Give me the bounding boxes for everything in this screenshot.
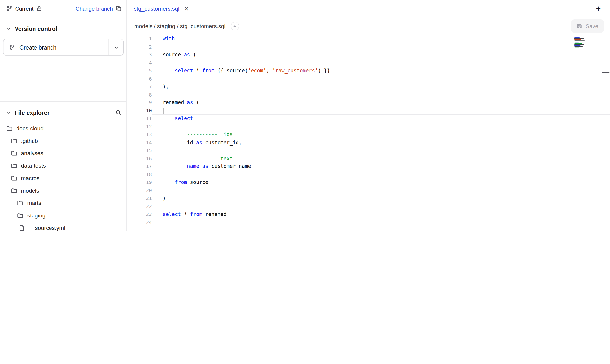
close-tab-icon[interactable]: ✕ [184, 6, 189, 12]
file-tree-item-label: macros [21, 175, 39, 181]
copy-icon[interactable] [116, 5, 122, 11]
editor-tab-bar: stg_customers.sql ✕ + [127, 0, 610, 17]
dbt-cloud-ide: Current Change branch Version control [0, 0, 610, 231]
version-control-header[interactable]: Version control [0, 19, 123, 37]
line-number: 16 [127, 155, 152, 163]
line-number: 18 [127, 171, 152, 179]
git-branch-icon [9, 44, 15, 50]
code-line-21[interactable]: 21) [127, 195, 610, 202]
line-content: id as customer_id, [152, 139, 610, 147]
line-number: 21 [127, 195, 152, 202]
file-tree-item-label: docs-cloud [16, 125, 44, 132]
create-branch-split-button: Create branch [3, 39, 124, 56]
line-number: 4 [127, 59, 152, 67]
code-lines: 1with23source as (45 select * from {{ so… [127, 35, 610, 226]
create-branch-button[interactable]: Create branch [3, 39, 108, 55]
code-line-11[interactable]: 11 select [127, 115, 610, 123]
code-line-10[interactable]: 10 [127, 107, 610, 115]
code-line-23[interactable]: 23select * from renamed [127, 210, 610, 218]
line-number: 8 [127, 91, 152, 99]
folder-icon [11, 175, 17, 181]
code-line-9[interactable]: 9renamed as ( [127, 99, 610, 107]
file-tree-item-models[interactable]: models [0, 184, 126, 197]
line-number: 10 [127, 107, 152, 115]
file-tree-item-docs-cloud[interactable]: docs-cloud [0, 122, 126, 135]
code-line-12[interactable]: 12 [127, 123, 610, 131]
minimap[interactable] [574, 36, 588, 52]
chevron-down-icon [6, 26, 11, 31]
file-tree-item-__sources.yml[interactable]: __sources.yml [0, 222, 126, 231]
code-line-18[interactable]: 18 [127, 171, 610, 179]
line-content: from source [152, 179, 610, 186]
search-icon[interactable] [115, 109, 122, 116]
copilot-badge-icon[interactable] [231, 22, 239, 30]
breadcrumb: models / staging / stg_customers.sql [134, 23, 225, 29]
create-branch-dropdown[interactable] [109, 39, 123, 55]
chevron-down-icon [114, 45, 119, 50]
code-line-3[interactable]: 3source as ( [127, 51, 610, 59]
code-line-16[interactable]: 16 ---------- text [127, 155, 610, 163]
code-line-15[interactable]: 15 [127, 147, 610, 154]
file-explorer-header[interactable]: File explorer [0, 103, 126, 121]
line-content [152, 123, 610, 131]
folder-icon [6, 125, 12, 132]
line-content: ---------- text [152, 155, 610, 163]
file-tree-item-macros[interactable]: macros [0, 172, 126, 184]
file-tree-item-.github[interactable]: .github [0, 134, 126, 147]
code-line-13[interactable]: 13 ---------- ids [127, 131, 610, 139]
line-number: 15 [127, 147, 152, 154]
tab-stg-customers-sql[interactable]: stg_customers.sql ✕ [127, 0, 196, 17]
code-line-2[interactable]: 2 [127, 43, 610, 51]
line-number: 13 [127, 131, 152, 139]
folder-icon [11, 138, 17, 144]
code-line-24[interactable]: 24 [127, 218, 610, 226]
line-number: 22 [127, 202, 152, 210]
line-content: renamed as ( [152, 99, 610, 107]
code-line-8[interactable]: 8 [127, 91, 610, 99]
line-number: 6 [127, 75, 152, 83]
line-content: source as ( [152, 51, 610, 59]
code-line-6[interactable]: 6 [127, 75, 610, 83]
line-content: name as customer_name [152, 163, 610, 170]
file-icon [19, 225, 25, 231]
line-number: 19 [127, 179, 152, 186]
code-line-5[interactable]: 5 select * from {{ source('ecom', 'raw_c… [127, 67, 610, 75]
line-number: 17 [127, 163, 152, 170]
code-line-1[interactable]: 1with [127, 35, 610, 43]
code-line-19[interactable]: 19 from source [127, 179, 610, 186]
folder-icon [11, 163, 17, 169]
line-content [152, 218, 610, 226]
line-content [152, 202, 610, 210]
chevron-down-icon [6, 110, 11, 115]
line-content [152, 59, 610, 67]
code-line-20[interactable]: 20 [127, 186, 610, 194]
version-control-section: Version control Create branch [0, 17, 126, 102]
file-tree-item-data-tests[interactable]: data-tests [0, 160, 126, 172]
line-number: 23 [127, 210, 152, 218]
new-tab-button[interactable]: + [592, 2, 605, 15]
file-tree-item-staging[interactable]: staging [0, 209, 126, 222]
file-tree-item-label: staging [27, 212, 46, 218]
change-branch-link[interactable]: Change branch [76, 5, 113, 11]
line-number: 7 [127, 83, 152, 91]
line-content [152, 75, 610, 83]
file-tree-item-analyses[interactable]: analyses [0, 147, 126, 160]
save-button[interactable]: Save [571, 19, 604, 33]
line-number: 11 [127, 115, 152, 123]
code-line-7[interactable]: 7), [127, 83, 610, 91]
line-number: 14 [127, 139, 152, 147]
file-tree: docs-cloud.githubanalysesdata-testsmacro… [0, 121, 126, 231]
code-line-17[interactable]: 17 name as customer_name [127, 163, 610, 170]
code-line-22[interactable]: 22 [127, 202, 610, 210]
code-line-14[interactable]: 14 id as customer_id, [127, 139, 610, 147]
editor-scrollbar-thumb[interactable] [602, 72, 609, 73]
code-line-4[interactable]: 4 [127, 59, 610, 67]
line-number: 24 [127, 218, 152, 226]
file-tree-item-marts[interactable]: marts [0, 197, 126, 209]
line-content: ) [152, 195, 610, 202]
line-number: 2 [127, 43, 152, 51]
line-number: 20 [127, 186, 152, 194]
line-content: select * from {{ source('ecom', 'raw_cus… [152, 67, 610, 75]
line-number: 3 [127, 51, 152, 59]
code-editor: 1with23source as (45 select * from {{ so… [127, 35, 610, 231]
